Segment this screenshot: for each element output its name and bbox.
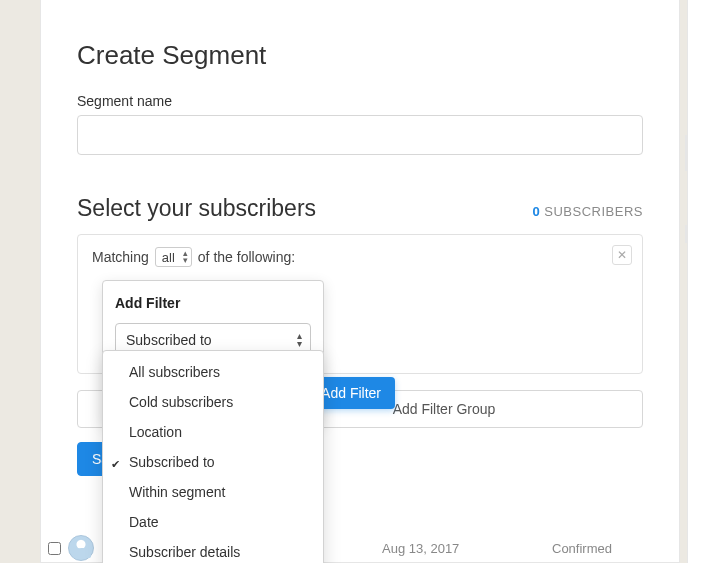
dropdown-option[interactable]: ✔Subscribed to bbox=[103, 447, 323, 477]
right-side-strip bbox=[687, 0, 711, 563]
dropdown-option[interactable]: Date bbox=[103, 507, 323, 537]
segment-name-label: Segment name bbox=[77, 93, 643, 109]
dropdown-option[interactable]: Cold subscribers bbox=[103, 387, 323, 417]
match-mode-select[interactable]: all ▴▾ bbox=[155, 247, 192, 267]
dropdown-option[interactable]: Within segment bbox=[103, 477, 323, 507]
avatar bbox=[68, 535, 94, 561]
dropdown-option-label: Subscriber details bbox=[129, 544, 240, 560]
dropdown-option[interactable]: Subscriber details bbox=[103, 537, 323, 563]
subscriber-count: 0 SUBSCRIBERS bbox=[532, 204, 643, 219]
remove-group-button[interactable]: ✕ bbox=[612, 245, 632, 265]
page-title: Create Segment bbox=[77, 40, 643, 71]
select-subscribers-heading: Select your subscribers bbox=[77, 195, 316, 222]
subscriber-date: Aug 13, 2017 bbox=[382, 541, 522, 556]
chevron-updown-icon: ▴▾ bbox=[297, 332, 302, 348]
match-mode-value: all bbox=[162, 250, 175, 265]
dropdown-option-label: Within segment bbox=[129, 484, 225, 500]
dropdown-option[interactable]: All subscribers bbox=[103, 357, 323, 387]
dropdown-option-label: Subscribed to bbox=[129, 454, 215, 470]
subscriber-status: Confirmed bbox=[522, 541, 680, 556]
matching-suffix: of the following: bbox=[198, 249, 295, 265]
matching-prefix: Matching bbox=[92, 249, 149, 265]
subscriber-count-label: SUBSCRIBERS bbox=[544, 204, 643, 219]
dropdown-option[interactable]: Location bbox=[103, 417, 323, 447]
filter-type-dropdown: All subscribersCold subscribersLocation✔… bbox=[102, 350, 324, 563]
dropdown-option-label: Date bbox=[129, 514, 159, 530]
add-filter-group-label: Add Filter Group bbox=[393, 401, 496, 417]
segment-name-input[interactable] bbox=[77, 115, 643, 155]
add-filter-button-label: Add Filter bbox=[321, 385, 381, 401]
close-icon: ✕ bbox=[617, 248, 627, 262]
dropdown-option-label: Location bbox=[129, 424, 182, 440]
dropdown-option-label: All subscribers bbox=[129, 364, 220, 380]
check-icon: ✔ bbox=[111, 453, 120, 475]
filter-type-value: Subscribed to bbox=[126, 332, 212, 348]
subscriber-count-number: 0 bbox=[532, 204, 540, 219]
subscriber-row-checkbox[interactable] bbox=[48, 542, 61, 555]
matching-row: Matching all ▴▾ of the following: bbox=[92, 247, 628, 267]
chevron-updown-icon: ▴▾ bbox=[183, 250, 188, 264]
add-filter-title: Add Filter bbox=[115, 295, 311, 311]
dropdown-option-label: Cold subscribers bbox=[129, 394, 233, 410]
